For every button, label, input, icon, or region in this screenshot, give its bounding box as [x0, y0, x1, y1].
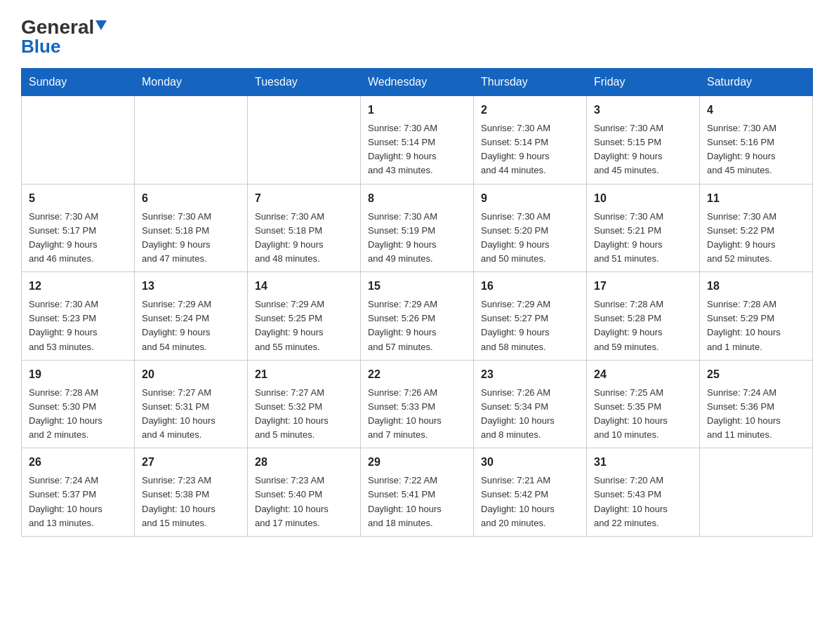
day-info: Sunrise: 7:27 AMSunset: 5:31 PMDaylight:…: [142, 386, 240, 443]
day-number: 18: [707, 278, 805, 295]
calendar-cell: 16Sunrise: 7:29 AMSunset: 5:27 PMDayligh…: [474, 272, 587, 361]
calendar-cell: 28Sunrise: 7:23 AMSunset: 5:40 PMDayligh…: [248, 448, 361, 537]
day-info: Sunrise: 7:30 AMSunset: 5:23 PMDaylight:…: [29, 297, 127, 354]
day-info: Sunrise: 7:22 AMSunset: 5:41 PMDaylight:…: [368, 474, 466, 530]
day-info: Sunrise: 7:30 AMSunset: 5:22 PMDaylight:…: [707, 210, 805, 267]
calendar-cell: 26Sunrise: 7:24 AMSunset: 5:37 PMDayligh…: [22, 448, 135, 537]
day-number: 10: [594, 190, 692, 207]
calendar-header: SundayMondayTuesdayWednesdayThursdayFrid…: [22, 69, 813, 96]
calendar-cell: 21Sunrise: 7:27 AMSunset: 5:32 PMDayligh…: [248, 360, 361, 448]
day-header-monday: Monday: [135, 69, 248, 96]
day-number: 23: [481, 366, 579, 383]
day-info: Sunrise: 7:30 AMSunset: 5:17 PMDaylight:…: [29, 210, 127, 267]
day-header-saturday: Saturday: [700, 69, 813, 96]
logo: General Blue: [21, 14, 107, 55]
calendar-cell: [135, 96, 248, 185]
day-number: 25: [707, 366, 805, 383]
day-header-friday: Friday: [587, 69, 700, 96]
day-number: 13: [142, 278, 240, 295]
calendar-cell: 2Sunrise: 7:30 AMSunset: 5:14 PMDaylight…: [474, 96, 587, 185]
day-header-wednesday: Wednesday: [361, 69, 474, 96]
day-number: 27: [142, 454, 240, 471]
logo-color: Blue: [21, 37, 60, 55]
calendar-cell: 3Sunrise: 7:30 AMSunset: 5:15 PMDaylight…: [587, 96, 700, 185]
day-number: 6: [142, 190, 240, 207]
day-number: 15: [368, 278, 466, 295]
calendar-cell: 17Sunrise: 7:28 AMSunset: 5:28 PMDayligh…: [587, 272, 700, 361]
day-info: Sunrise: 7:28 AMSunset: 5:29 PMDaylight:…: [707, 297, 805, 354]
calendar-cell: 10Sunrise: 7:30 AMSunset: 5:21 PMDayligh…: [587, 184, 700, 272]
calendar-cell: 24Sunrise: 7:25 AMSunset: 5:35 PMDayligh…: [587, 360, 700, 448]
day-number: 11: [707, 190, 805, 207]
day-info: Sunrise: 7:29 AMSunset: 5:27 PMDaylight:…: [481, 297, 579, 354]
day-info: Sunrise: 7:30 AMSunset: 5:15 PMDaylight:…: [594, 121, 692, 178]
day-info: Sunrise: 7:29 AMSunset: 5:25 PMDaylight:…: [255, 297, 353, 354]
calendar-cell: 8Sunrise: 7:30 AMSunset: 5:19 PMDaylight…: [361, 184, 474, 272]
day-info: Sunrise: 7:28 AMSunset: 5:30 PMDaylight:…: [29, 386, 127, 443]
day-number: 20: [142, 366, 240, 383]
day-number: 28: [255, 454, 353, 471]
logo-brand: General: [21, 18, 94, 37]
day-info: Sunrise: 7:30 AMSunset: 5:14 PMDaylight:…: [481, 121, 579, 178]
calendar-cell: 5Sunrise: 7:30 AMSunset: 5:17 PMDaylight…: [22, 184, 135, 272]
calendar-cell: [22, 96, 135, 185]
day-number: 17: [594, 278, 692, 295]
day-number: 31: [594, 454, 692, 471]
logo-triangle-icon: [95, 20, 107, 30]
calendar-cell: 9Sunrise: 7:30 AMSunset: 5:20 PMDaylight…: [474, 184, 587, 272]
calendar-cell: 25Sunrise: 7:24 AMSunset: 5:36 PMDayligh…: [700, 360, 813, 448]
calendar-cell: 18Sunrise: 7:28 AMSunset: 5:29 PMDayligh…: [700, 272, 813, 361]
day-header-tuesday: Tuesday: [248, 69, 361, 96]
day-info: Sunrise: 7:21 AMSunset: 5:42 PMDaylight:…: [481, 474, 579, 530]
day-header-sunday: Sunday: [22, 69, 135, 96]
calendar-table: SundayMondayTuesdayWednesdayThursdayFrid…: [21, 68, 813, 537]
day-number: 30: [481, 454, 579, 471]
day-number: 5: [29, 190, 127, 207]
calendar-cell: 27Sunrise: 7:23 AMSunset: 5:38 PMDayligh…: [135, 448, 248, 537]
calendar-week-row: 26Sunrise: 7:24 AMSunset: 5:37 PMDayligh…: [22, 448, 813, 537]
day-number: 3: [594, 102, 692, 119]
day-info: Sunrise: 7:30 AMSunset: 5:18 PMDaylight:…: [255, 210, 353, 267]
calendar-cell: 11Sunrise: 7:30 AMSunset: 5:22 PMDayligh…: [700, 184, 813, 272]
day-number: 1: [368, 102, 466, 119]
day-info: Sunrise: 7:23 AMSunset: 5:38 PMDaylight:…: [142, 474, 240, 530]
day-info: Sunrise: 7:23 AMSunset: 5:40 PMDaylight:…: [255, 474, 353, 530]
day-info: Sunrise: 7:30 AMSunset: 5:19 PMDaylight:…: [368, 210, 466, 267]
calendar-cell: 19Sunrise: 7:28 AMSunset: 5:30 PMDayligh…: [22, 360, 135, 448]
day-number: 26: [29, 454, 127, 471]
day-number: 2: [481, 102, 579, 119]
calendar-cell: [700, 448, 813, 537]
calendar-cell: 14Sunrise: 7:29 AMSunset: 5:25 PMDayligh…: [248, 272, 361, 361]
day-info: Sunrise: 7:26 AMSunset: 5:33 PMDaylight:…: [368, 386, 466, 443]
day-info: Sunrise: 7:24 AMSunset: 5:36 PMDaylight:…: [707, 386, 805, 443]
calendar-cell: 6Sunrise: 7:30 AMSunset: 5:18 PMDaylight…: [135, 184, 248, 272]
day-number: 22: [368, 366, 466, 383]
calendar-week-row: 5Sunrise: 7:30 AMSunset: 5:17 PMDaylight…: [22, 184, 813, 272]
day-number: 16: [481, 278, 579, 295]
day-number: 12: [29, 278, 127, 295]
day-info: Sunrise: 7:20 AMSunset: 5:43 PMDaylight:…: [594, 474, 692, 530]
day-info: Sunrise: 7:30 AMSunset: 5:20 PMDaylight:…: [481, 210, 579, 267]
day-info: Sunrise: 7:30 AMSunset: 5:14 PMDaylight:…: [368, 121, 466, 178]
calendar-cell: 22Sunrise: 7:26 AMSunset: 5:33 PMDayligh…: [361, 360, 474, 448]
header: General Blue: [21, 14, 813, 55]
calendar-cell: 23Sunrise: 7:26 AMSunset: 5:34 PMDayligh…: [474, 360, 587, 448]
calendar-cell: 1Sunrise: 7:30 AMSunset: 5:14 PMDaylight…: [361, 96, 474, 185]
calendar-cell: 4Sunrise: 7:30 AMSunset: 5:16 PMDaylight…: [700, 96, 813, 185]
calendar-week-row: 19Sunrise: 7:28 AMSunset: 5:30 PMDayligh…: [22, 360, 813, 448]
calendar-cell: 31Sunrise: 7:20 AMSunset: 5:43 PMDayligh…: [587, 448, 700, 537]
day-info: Sunrise: 7:30 AMSunset: 5:16 PMDaylight:…: [707, 121, 805, 178]
day-info: Sunrise: 7:29 AMSunset: 5:24 PMDaylight:…: [142, 297, 240, 354]
day-header-thursday: Thursday: [474, 69, 587, 96]
day-info: Sunrise: 7:27 AMSunset: 5:32 PMDaylight:…: [255, 386, 353, 443]
calendar-cell: 13Sunrise: 7:29 AMSunset: 5:24 PMDayligh…: [135, 272, 248, 361]
calendar-cell: 7Sunrise: 7:30 AMSunset: 5:18 PMDaylight…: [248, 184, 361, 272]
day-info: Sunrise: 7:30 AMSunset: 5:18 PMDaylight:…: [142, 210, 240, 267]
day-number: 4: [707, 102, 805, 119]
day-info: Sunrise: 7:24 AMSunset: 5:37 PMDaylight:…: [29, 474, 127, 530]
day-number: 9: [481, 190, 579, 207]
calendar-week-row: 12Sunrise: 7:30 AMSunset: 5:23 PMDayligh…: [22, 272, 813, 361]
day-number: 19: [29, 366, 127, 383]
day-number: 8: [368, 190, 466, 207]
day-number: 14: [255, 278, 353, 295]
